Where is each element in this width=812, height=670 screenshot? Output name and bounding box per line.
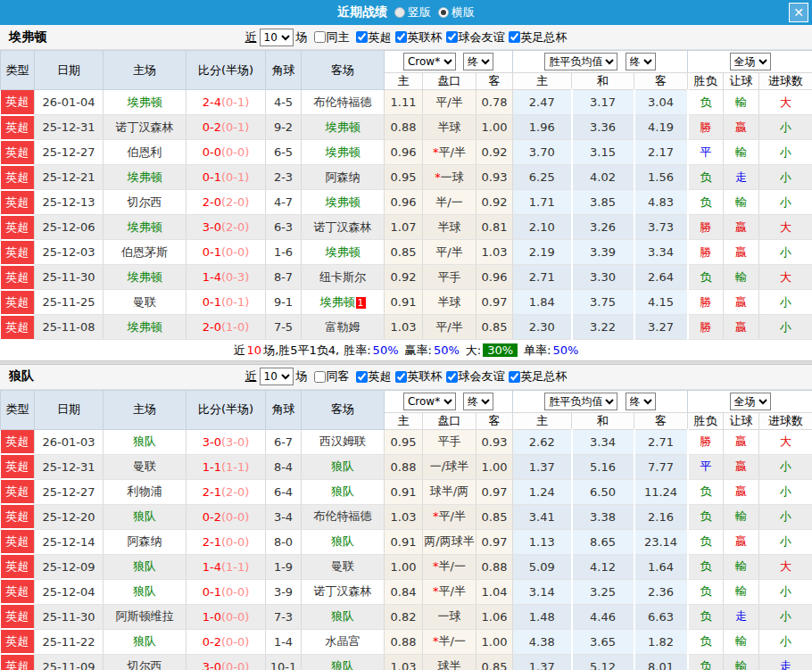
league-filter-checkbox[interactable] [395, 31, 407, 43]
same-venue-checkbox[interactable] [314, 31, 326, 43]
corners: 6-7 [266, 429, 302, 454]
avg-home-odds: 1.71 [513, 190, 572, 215]
match-row: 英超25-12-31诺丁汉森林0-2(0-1)9-2埃弗顿0.88半球1.001… [1, 115, 812, 140]
halftime-score: (2-0) [221, 195, 249, 209]
result-wdl: 勝 [688, 315, 724, 340]
match-date: 25-12-06 [35, 215, 104, 240]
result-goals: 小 [759, 479, 812, 504]
match-row: 英超25-11-08埃弗顿2-0(1-0)7-5富勒姆1.03平/半0.852.… [1, 315, 812, 340]
result-goals: 小 [759, 240, 812, 265]
radio-selected-icon[interactable] [438, 7, 449, 18]
league-filter[interactable]: 英超 [352, 368, 392, 385]
view-option-horizontal[interactable]: 横版 [438, 4, 475, 21]
score: 1-1(1-1) [186, 454, 266, 479]
league-filter-checkbox[interactable] [509, 371, 520, 383]
league-filter-checkbox[interactable] [446, 31, 458, 43]
handicap-away-odds: 0.93 [476, 165, 513, 190]
result-wdl: 负 [688, 654, 724, 670]
final-odds-select[interactable]: 终 [463, 53, 493, 70]
result-goals: 小 [759, 190, 812, 215]
scope-select[interactable]: 全场 [730, 393, 771, 410]
bookmaker-select-cell: Crow* 终 [385, 390, 513, 412]
match-date: 25-11-08 [35, 315, 104, 340]
home-team: 狼队 [104, 579, 186, 604]
scope-select[interactable]: 全场 [730, 53, 771, 70]
league-filter[interactable]: 英超 [352, 29, 392, 45]
halftime-score: (0-0) [221, 660, 249, 670]
home-team: 狼队 [104, 629, 186, 654]
league-filter-checkbox[interactable] [356, 31, 368, 43]
match-date: 26-01-03 [35, 429, 104, 454]
result-goals: 小 [759, 140, 812, 165]
final-odds-select[interactable]: 终 [463, 393, 493, 410]
avg-home-odds: 3.41 [513, 504, 572, 529]
changed-line-star: * [433, 509, 439, 523]
halftime-score: (0-0) [221, 610, 249, 624]
result-goals: 大 [759, 554, 812, 579]
same-venue-checkbox[interactable] [314, 371, 326, 383]
same-venue-filter[interactable]: 同客 [311, 368, 350, 385]
view-option-vertical[interactable]: 竖版 [394, 4, 431, 21]
league-type: 英超 [1, 529, 35, 554]
result-goals: 小 [759, 315, 812, 340]
away-team: 布伦特福德 [302, 504, 385, 529]
games-count-select[interactable]: 10 [260, 368, 294, 385]
handicap-line: 平/半 [423, 315, 476, 340]
handicap-home-odds: 0.88 [385, 629, 423, 654]
fulltime-score: 1-4 [203, 270, 221, 284]
handicap-line: 一/球半 [423, 454, 476, 479]
bookmaker-select[interactable]: Crow* [403, 53, 456, 70]
halftime-score: (0-0) [221, 245, 249, 259]
scope-select-cell: 全场 [688, 51, 812, 73]
league-type: 英超 [1, 265, 35, 290]
result-handicap: 輸 [724, 265, 759, 290]
league-type: 英超 [1, 504, 35, 529]
bookmaker-select[interactable]: Crow* [403, 393, 456, 410]
col-avg-draw: 和 [572, 73, 634, 90]
single-rate: 50% [553, 343, 579, 357]
average-select[interactable]: 胜平负均值 [544, 393, 617, 410]
league-filter[interactable]: 英足总杯 [505, 368, 568, 385]
team-name: 埃弗顿 [9, 29, 46, 45]
match-row: 英超25-12-31曼联1-1(1-1)8-4狼队0.88一/球半1.001.3… [1, 454, 812, 479]
avg-home-odds: 1.24 [513, 479, 572, 504]
radio-icon[interactable] [394, 7, 405, 18]
league-filter-checkbox[interactable] [395, 371, 407, 383]
home-team: 阿斯顿维拉 [104, 604, 186, 629]
league-filter[interactable]: 英足总杯 [505, 29, 568, 45]
league-filter-checkbox[interactable] [356, 371, 368, 383]
league-type: 英超 [1, 115, 35, 140]
games-count-select[interactable]: 10 [260, 29, 294, 46]
average-select[interactable]: 胜平负均值 [544, 53, 617, 70]
handicap-away-odds: 0.92 [476, 140, 513, 165]
league-filter-checkbox[interactable] [509, 31, 520, 43]
near-label[interactable]: 近 [245, 29, 257, 45]
same-venue-filter[interactable]: 同主 [311, 29, 350, 45]
final-average-select[interactable]: 终 [626, 53, 656, 70]
match-row: 英超25-12-20狼队0-2(0-0)3-4布伦特福德1.03*平/半0.85… [1, 504, 812, 529]
league-filter[interactable]: 球会友谊 [443, 368, 505, 385]
match-date: 25-12-13 [35, 190, 104, 215]
match-row: 英超25-12-27利物浦2-1(2-0)6-4狼队0.91球半/两0.971.… [1, 479, 812, 504]
away-team: 富勒姆 [302, 315, 385, 340]
league-filter[interactable]: 球会友谊 [443, 29, 505, 45]
result-wdl: 负 [688, 190, 724, 215]
result-wdl: 负 [688, 479, 724, 504]
avg-home-odds: 6.25 [513, 165, 572, 190]
league-filter[interactable]: 英联杯 [392, 29, 443, 45]
match-row: 英超25-12-04狼队0-1(0-0)3-9诺丁汉森林0.84*平/半1.04… [1, 579, 812, 604]
page-title: 近期战绩 [337, 4, 387, 21]
near-label[interactable]: 近 [245, 368, 257, 385]
avg-home-odds: 1.84 [513, 290, 572, 315]
avg-home-odds: 2.47 [513, 90, 572, 115]
league-filter-checkbox[interactable] [446, 371, 458, 383]
close-icon[interactable]: ✕ [789, 3, 808, 22]
league-filter[interactable]: 英联杯 [392, 368, 443, 385]
home-team: 诺丁汉森林 [104, 115, 186, 140]
match-row: 英超25-11-25曼联0-1(0-1)9-1埃弗顿10.91半球0.971.8… [1, 290, 812, 315]
handicap-line: 球半/两 [423, 479, 476, 504]
col-avg-away: 客 [634, 73, 688, 90]
result-handicap: 輸 [724, 629, 759, 654]
final-average-select[interactable]: 终 [626, 393, 656, 410]
everton-summary: 近10场,胜5平1负4, 胜率:50% 赢率:50% 大:30% 单率:50% [0, 341, 812, 360]
